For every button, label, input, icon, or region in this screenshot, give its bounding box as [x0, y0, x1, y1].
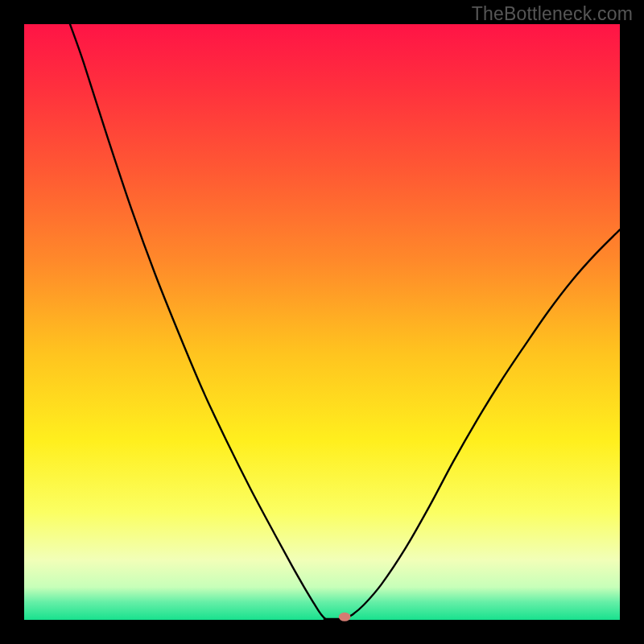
min-point-marker [339, 613, 351, 621]
watermark-text: TheBottleneck.com [472, 3, 633, 25]
gradient-background [24, 24, 620, 620]
chart-frame: { "watermark": "TheBottleneck.com", "cha… [0, 0, 644, 644]
bottleneck-chart [0, 0, 644, 644]
